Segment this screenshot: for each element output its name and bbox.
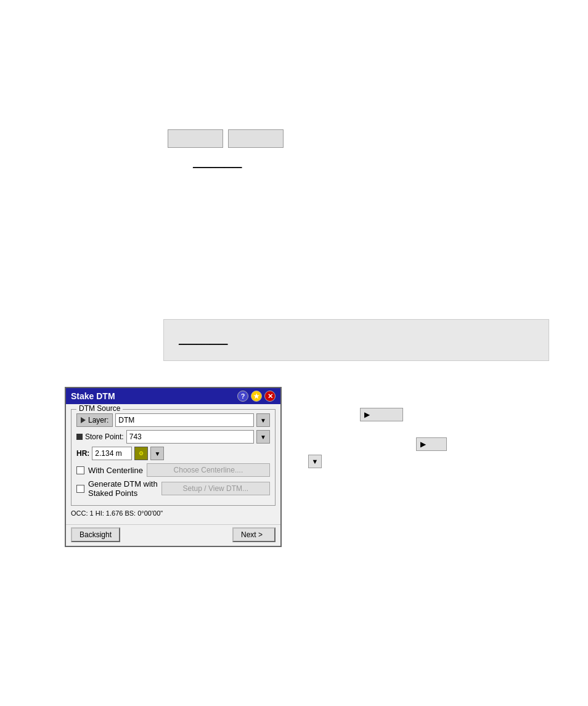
dialog-body: DTM Source Layer: ▼ Store Point: ▼ HR:	[66, 404, 280, 524]
layer-triangle-icon	[81, 417, 86, 423]
dialog-footer: Backsight Next >	[66, 524, 280, 546]
layer-button[interactable]: Layer:	[76, 413, 113, 427]
standalone-dropdown[interactable]: ▼	[308, 455, 322, 468]
next-button[interactable]: Next >	[232, 527, 276, 542]
hr-input[interactable]	[92, 447, 132, 460]
choose-centerline-button: Choose Centerline....	[147, 463, 270, 477]
gray-box-link: ___________	[179, 336, 228, 345]
store-point-icon	[76, 434, 83, 440]
next-button-label: Next >	[241, 530, 263, 539]
hr-label: HR:	[76, 449, 89, 458]
store-point-dropdown-btn[interactable]: ▼	[256, 430, 270, 444]
layer-input[interactable]	[115, 413, 254, 427]
generate-dtm-checkbox[interactable]	[76, 485, 84, 493]
hr-row: HR: ⚙ ▼	[76, 447, 270, 460]
hr-dropdown-btn[interactable]: ▼	[150, 447, 164, 460]
setup-view-dtm-button: Setup / View DTM...	[161, 482, 270, 495]
layer-row: Layer: ▼	[76, 413, 270, 427]
top-buttons-area	[168, 129, 284, 148]
top-button-1[interactable]	[168, 129, 223, 148]
right-btn-1-arrow: ▶	[364, 410, 370, 419]
stake-dtm-dialog: Stake DTM ? ★ ✕ DTM Source Layer: ▼	[65, 387, 282, 547]
occ-info-row: OCC: 1 HI: 1.676 BS: 0°00'00"	[71, 509, 276, 517]
star-icon[interactable]: ★	[251, 391, 262, 402]
with-centerline-label: With Centerline	[88, 466, 143, 475]
right-btn-2-arrow: ▶	[420, 440, 426, 448]
small-right-button-1[interactable]: ▶	[360, 408, 403, 421]
with-centerline-row: With Centerline Choose Centerline....	[76, 463, 270, 477]
layer-button-label: Layer:	[88, 416, 108, 424]
hr-icon[interactable]: ⚙	[134, 447, 148, 460]
gray-box-content: ___________	[176, 336, 228, 345]
generate-dtm-row: Generate DTM withStaked Points Setup / V…	[76, 479, 270, 498]
dialog-title-icons: ? ★ ✕	[237, 391, 276, 402]
generate-dtm-label: Generate DTM withStaked Points	[88, 479, 158, 498]
standalone-dropdown-arrow: ▼	[312, 458, 319, 465]
dtm-source-label: DTM Source	[76, 404, 123, 413]
close-icon[interactable]: ✕	[264, 391, 276, 402]
top-underline-text: ___________	[193, 159, 242, 168]
hr-icon-symbol: ⚙	[139, 450, 144, 456]
dialog-title: Stake DTM	[71, 391, 115, 401]
store-point-row: Store Point: ▼	[76, 430, 270, 444]
gray-info-box: ___________	[163, 319, 549, 361]
store-point-input[interactable]	[126, 430, 254, 444]
dialog-titlebar: Stake DTM ? ★ ✕	[66, 388, 280, 404]
dtm-source-group: DTM Source Layer: ▼ Store Point: ▼ HR:	[71, 409, 276, 506]
layer-dropdown-btn[interactable]: ▼	[256, 413, 270, 427]
backsight-button[interactable]: Backsight	[71, 527, 120, 542]
with-centerline-checkbox[interactable]	[76, 466, 84, 474]
top-button-2[interactable]	[228, 129, 284, 148]
small-right-button-2[interactable]: ▶	[416, 437, 447, 451]
help-icon[interactable]: ?	[237, 391, 248, 402]
store-point-label-text: Store Point:	[85, 432, 124, 441]
